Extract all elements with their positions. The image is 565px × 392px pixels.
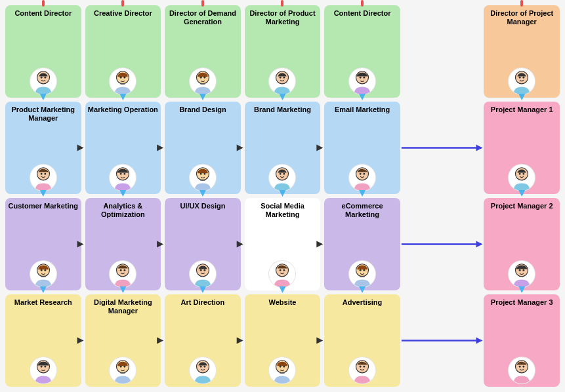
card-c26: Project Manager 2 bbox=[484, 198, 560, 290]
card-title: Market Research bbox=[14, 298, 72, 353]
top-indicator bbox=[201, 0, 204, 7]
card-title: eCommerce Marketing bbox=[327, 202, 398, 256]
svg-rect-65 bbox=[121, 372, 126, 374]
svg-rect-72 bbox=[280, 372, 285, 374]
card-avatar bbox=[189, 357, 217, 384]
svg-point-67 bbox=[200, 366, 202, 368]
card-avatar bbox=[508, 357, 535, 384]
card-avatar bbox=[189, 164, 217, 191]
card-avatar bbox=[508, 164, 535, 191]
card-avatar bbox=[348, 260, 376, 288]
card-c32: Art Direction bbox=[165, 294, 241, 387]
svg-point-41 bbox=[44, 269, 46, 271]
svg-point-35 bbox=[363, 173, 365, 175]
card-avatar bbox=[109, 164, 136, 191]
card-title: Creative Director bbox=[94, 9, 152, 64]
svg-point-54 bbox=[363, 269, 365, 271]
svg-point-2 bbox=[44, 77, 46, 79]
svg-rect-6 bbox=[121, 83, 126, 85]
top-indicator bbox=[361, 0, 364, 7]
card-title: UI/UX Design bbox=[180, 202, 225, 256]
svg-point-48 bbox=[203, 269, 205, 271]
card-title: Analytics & Optimization bbox=[88, 202, 159, 256]
svg-point-66 bbox=[196, 361, 209, 373]
top-indicator bbox=[281, 0, 283, 7]
card-c21: Analytics & Optimization bbox=[85, 198, 161, 290]
svg-point-25 bbox=[124, 173, 126, 175]
card-avatar bbox=[109, 260, 136, 288]
svg-point-78 bbox=[523, 366, 525, 368]
card-c36: Project Manager 3 bbox=[484, 294, 560, 387]
svg-rect-42 bbox=[41, 276, 46, 277]
svg-point-31 bbox=[280, 173, 282, 175]
svg-rect-10 bbox=[200, 83, 205, 85]
svg-point-70 bbox=[280, 366, 282, 368]
card-avatar bbox=[268, 260, 296, 288]
card-title: Project Manager 1 bbox=[491, 106, 553, 160]
card-avatar bbox=[109, 357, 136, 384]
card-title: Director of Project Manager bbox=[486, 9, 557, 64]
top-indicator bbox=[121, 0, 124, 7]
card-avatar bbox=[268, 68, 296, 95]
card-avatar bbox=[30, 68, 57, 95]
svg-point-77 bbox=[519, 366, 521, 368]
card-c23: Social Media Marketing bbox=[245, 198, 321, 290]
card-c11: Marketing Operation bbox=[85, 102, 161, 194]
svg-point-34 bbox=[360, 173, 362, 175]
card-c22: UI/UX Design bbox=[165, 198, 241, 290]
card-avatar bbox=[30, 164, 57, 191]
svg-point-68 bbox=[203, 366, 205, 368]
card-title: Director of Product Marketing bbox=[247, 9, 318, 64]
card-avatar bbox=[348, 357, 376, 384]
svg-point-1 bbox=[40, 77, 42, 79]
card-title: Brand Marketing bbox=[254, 106, 311, 160]
card-avatar bbox=[268, 164, 296, 191]
card-avatar bbox=[189, 260, 217, 288]
svg-point-9 bbox=[203, 77, 205, 79]
card-c12: Brand Design bbox=[165, 102, 241, 194]
card-c31: Digital Marketing Manager bbox=[85, 294, 161, 387]
svg-point-27 bbox=[200, 173, 202, 175]
svg-point-40 bbox=[40, 269, 42, 271]
svg-point-44 bbox=[120, 269, 122, 271]
card-title: Product Marketing Manager bbox=[8, 106, 79, 160]
svg-point-38 bbox=[523, 173, 525, 175]
svg-point-71 bbox=[283, 366, 285, 368]
card-title: Email Marketing bbox=[335, 106, 390, 160]
svg-point-61 bbox=[44, 366, 46, 368]
card-c20: Customer Marketing bbox=[5, 198, 81, 290]
svg-point-16 bbox=[363, 77, 365, 79]
card-c00: Content Director bbox=[5, 5, 81, 98]
svg-point-21 bbox=[40, 173, 42, 175]
svg-point-8 bbox=[200, 77, 202, 79]
svg-point-4 bbox=[120, 77, 122, 79]
svg-point-19 bbox=[523, 77, 525, 79]
card-title: Digital Marketing Manager bbox=[88, 298, 159, 353]
card-avatar bbox=[348, 164, 376, 191]
top-indicator bbox=[520, 0, 523, 7]
top-indicator bbox=[42, 0, 45, 7]
svg-point-51 bbox=[283, 269, 285, 271]
card-c14: Email Marketing bbox=[324, 102, 400, 194]
card-title: Project Manager 2 bbox=[491, 202, 553, 256]
card-avatar bbox=[30, 357, 57, 384]
card-avatar bbox=[268, 357, 296, 384]
card-title: Project Manager 3 bbox=[491, 298, 553, 353]
card-title: Marketing Operation bbox=[88, 106, 158, 160]
card-avatar bbox=[30, 260, 57, 288]
card-c03: Director of Product Marketing bbox=[245, 5, 321, 98]
card-avatar bbox=[508, 260, 535, 288]
svg-point-12 bbox=[280, 77, 282, 79]
svg-rect-29 bbox=[200, 180, 205, 181]
svg-point-74 bbox=[360, 366, 362, 368]
card-title: Website bbox=[269, 298, 297, 353]
card-avatar bbox=[348, 68, 376, 95]
svg-point-5 bbox=[124, 77, 126, 79]
card-title: Art Direction bbox=[181, 298, 225, 353]
svg-point-57 bbox=[519, 269, 521, 271]
svg-point-47 bbox=[200, 269, 202, 271]
svg-point-63 bbox=[120, 366, 122, 368]
card-avatar bbox=[508, 68, 535, 95]
svg-point-64 bbox=[124, 366, 126, 368]
card-c06: Director of Project Manager bbox=[484, 5, 560, 98]
